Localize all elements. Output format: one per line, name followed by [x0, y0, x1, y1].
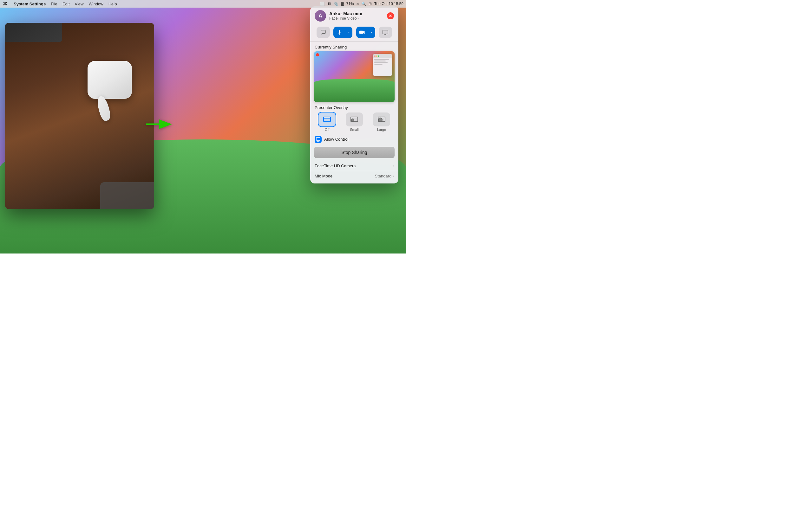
overlay-options: Off Small	[315, 112, 394, 131]
overlay-off-button[interactable]	[318, 112, 336, 126]
mic-button[interactable]	[334, 26, 345, 38]
presenter-overlay-label: Presenter Overlay	[315, 105, 394, 110]
svg-rect-6	[383, 30, 388, 34]
laptop-edge	[5, 23, 62, 42]
menubar: ⌘ System Settings File Edit View Window …	[0, 0, 406, 8]
call-type: FaceTime Video ›	[329, 16, 384, 20]
menu-help[interactable]: Help	[108, 2, 117, 6]
video-caret-button[interactable]	[368, 26, 375, 38]
overlay-small-option: Small	[342, 112, 367, 131]
svg-point-12	[351, 119, 354, 121]
airpod-left	[96, 95, 112, 122]
chat-icon	[320, 30, 326, 35]
mic-caret-button[interactable]	[345, 26, 352, 38]
stop-sharing-button[interactable]: Stop Sharing	[314, 147, 395, 158]
thumb-dot-green	[378, 55, 379, 57]
svg-rect-2	[339, 30, 340, 33]
recording-dot	[316, 53, 319, 56]
mic-icon	[337, 30, 342, 35]
overlay-large-button[interactable]	[373, 112, 390, 126]
menu-edit[interactable]: Edit	[62, 2, 69, 6]
search-icon[interactable]: 🔍	[361, 2, 366, 6]
mic-label: Mic Mode	[315, 174, 375, 178]
camera-bottom-bar	[100, 182, 154, 209]
controls-row	[310, 25, 398, 41]
currently-sharing-label: Currently Sharing	[310, 42, 398, 51]
screen-share-icon	[383, 30, 388, 35]
camera-label: FaceTime HD Camera	[315, 164, 393, 168]
avatar: A	[315, 10, 326, 21]
arrow-svg	[146, 118, 174, 130]
thumb-dot-yellow	[376, 55, 377, 57]
thumb-mini-header	[373, 54, 392, 58]
camera-settings-row[interactable]: FaceTime HD Camera ›	[310, 161, 398, 171]
display-icon[interactable]: 🖥	[327, 2, 331, 6]
overlay-off-option: Off	[315, 112, 339, 131]
apple-menu[interactable]: ⌘	[3, 1, 7, 7]
thumb-line-2	[374, 60, 386, 61]
desktop: ⌘ System Settings File Edit View Window …	[0, 0, 406, 253]
battery-icon: ▓	[341, 2, 344, 6]
video-caret-icon	[370, 31, 373, 34]
camera-window	[5, 23, 154, 209]
thumb-dot-red	[374, 55, 375, 57]
contact-name: Ankur Mac mini	[329, 11, 384, 16]
overlay-off-label: Off	[325, 128, 329, 131]
thumb-line-4	[374, 64, 383, 65]
overlay-small-icon	[351, 116, 358, 123]
battery-level: 71%	[346, 2, 354, 6]
mic-caret-icon	[347, 31, 351, 34]
datetime: Tue Oct 10 15:59	[374, 2, 403, 6]
camera-bg	[5, 23, 154, 209]
screen-share-button[interactable]	[379, 26, 392, 38]
svg-rect-15	[316, 137, 320, 140]
svg-marker-3	[348, 32, 350, 33]
airpods-container	[81, 51, 145, 130]
green-arrow	[146, 118, 174, 132]
panel-header: A Ankur Mac mini FaceTime Video ›	[310, 6, 398, 25]
overlay-small-label: Small	[350, 128, 359, 131]
allow-control-svg	[316, 137, 320, 142]
close-button[interactable]	[387, 12, 394, 19]
thumb-green-area	[314, 79, 395, 102]
allow-control-icon	[315, 136, 322, 143]
overlay-large-label: Large	[377, 128, 386, 131]
thumb-line-1	[374, 59, 389, 60]
controlcenter-icon[interactable]: ⊞	[368, 2, 372, 6]
menu-window[interactable]: Window	[89, 2, 103, 6]
svg-rect-9	[323, 117, 331, 122]
overlay-small-button[interactable]	[346, 112, 363, 126]
screen-record-icon[interactable]: ⬜	[320, 2, 325, 6]
video-button[interactable]	[356, 26, 368, 38]
video-button-group	[356, 26, 375, 38]
presenter-overlay-section: Presenter Overlay Off	[310, 102, 398, 133]
chat-button[interactable]	[316, 26, 330, 38]
allow-control-row[interactable]: Allow Control	[310, 133, 398, 146]
screen-thumbnail	[314, 51, 395, 102]
thumb-mini-panel	[373, 54, 392, 76]
mic-button-group	[334, 26, 352, 38]
mic-settings-row[interactable]: Mic Mode Standard ›	[310, 171, 398, 181]
app-name[interactable]: System Settings	[14, 2, 46, 6]
overlay-large-option: Large	[369, 112, 394, 131]
airpods-case	[88, 61, 132, 99]
overlay-large-icon	[378, 116, 386, 123]
camera-chevron: ›	[393, 164, 394, 168]
svg-rect-4	[359, 31, 363, 34]
mic-value: Standard	[375, 174, 392, 178]
menu-file[interactable]: File	[51, 2, 57, 6]
overlay-off-icon	[323, 116, 331, 123]
menu-view[interactable]: View	[75, 2, 84, 6]
svg-point-14	[378, 118, 382, 122]
paperclip-icon[interactable]: 📎	[334, 2, 339, 6]
thumb-mini-body	[373, 58, 392, 66]
facetime-panel: A Ankur Mac mini FaceTime Video ›	[310, 6, 398, 183]
allow-control-label: Allow Control	[324, 137, 349, 142]
mic-chevron: ›	[393, 174, 394, 178]
video-icon	[359, 30, 365, 35]
contact-info: Ankur Mac mini FaceTime Video ›	[329, 11, 384, 21]
wifi-icon[interactable]: ⌾	[357, 2, 359, 6]
svg-marker-5	[371, 32, 373, 33]
thumb-line-3	[374, 62, 388, 63]
